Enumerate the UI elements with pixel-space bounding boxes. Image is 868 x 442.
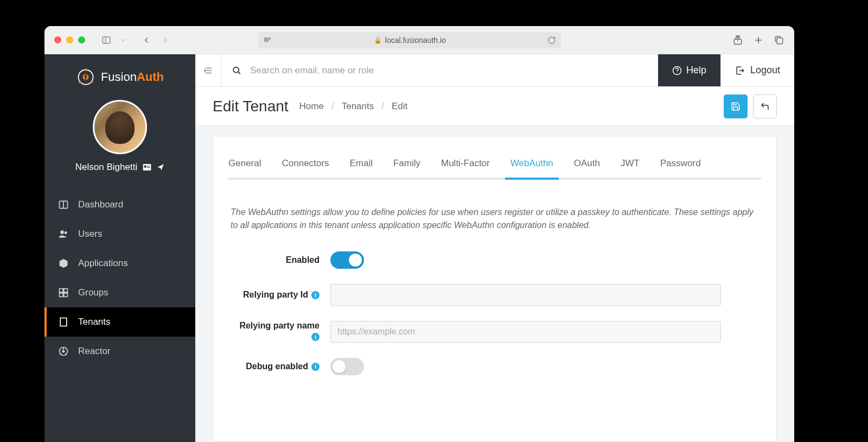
- svg-rect-24: [60, 289, 63, 293]
- svg-point-22: [60, 230, 64, 234]
- rp-id-label: Relying party Id i: [228, 290, 330, 300]
- new-tab-icon[interactable]: [753, 35, 764, 46]
- tab-password[interactable]: Password: [660, 158, 701, 169]
- help-label: Help: [686, 65, 706, 76]
- logo[interactable]: FusionAuth: [44, 67, 195, 87]
- toggle-knob: [333, 360, 346, 373]
- help-button[interactable]: Help: [658, 54, 720, 86]
- rp-name-input[interactable]: [330, 321, 721, 343]
- logout-label: Logout: [750, 65, 780, 76]
- sidebar-nav: Dashboard Users Applications Groups Tena…: [44, 190, 195, 366]
- svg-rect-3: [265, 40, 269, 41]
- browser-right-controls: [732, 35, 784, 46]
- sidebar-item-users[interactable]: Users: [44, 219, 195, 249]
- tab-webauthn[interactable]: WebAuthn: [510, 158, 553, 169]
- tab-email[interactable]: Email: [349, 158, 373, 169]
- sidebar-item-label: Dashboard: [78, 199, 123, 210]
- tab-family[interactable]: Family: [393, 158, 420, 169]
- svg-point-11: [85, 68, 87, 71]
- enabled-toggle[interactable]: [330, 251, 364, 269]
- svg-rect-2: [265, 38, 271, 39]
- sidebar-toggle-icon[interactable]: [101, 35, 111, 45]
- breadcrumb-tenants[interactable]: Tenants: [342, 101, 374, 112]
- svg-point-15: [85, 75, 87, 78]
- sidebar-item-reactor[interactable]: Reactor: [44, 337, 195, 366]
- browser-nav-controls: [101, 35, 170, 45]
- dashboard-icon: [58, 199, 69, 211]
- breadcrumb-current: Edit: [392, 101, 407, 112]
- groups-icon: [58, 287, 69, 299]
- url-display: 🔒 local.fusionauth.io: [374, 36, 446, 45]
- svg-line-41: [238, 72, 240, 74]
- sidebar-item-groups[interactable]: Groups: [44, 278, 195, 307]
- tab-jwt[interactable]: JWT: [621, 158, 640, 169]
- sidebar-item-label: Applications: [78, 258, 128, 269]
- svg-point-23: [65, 231, 67, 234]
- sidebar-item-label: Groups: [78, 287, 108, 298]
- chevron-down-icon[interactable]: [120, 37, 126, 43]
- tab-oauth[interactable]: OAuth: [574, 158, 600, 169]
- form-row-rp-name: Relying party name i: [228, 321, 761, 343]
- address-bar[interactable]: 🔒 local.fusionauth.io: [258, 32, 561, 48]
- users-icon: [58, 228, 69, 240]
- svg-point-13: [90, 81, 93, 84]
- content-scroll: General Connectors Email Family Multi-Fa…: [195, 126, 794, 442]
- form-row-debug: Debug enabled i: [228, 358, 761, 375]
- content-card: General Connectors Email Family Multi-Fa…: [213, 136, 777, 442]
- user-profile-block[interactable]: Nelson Bighetti: [44, 100, 195, 173]
- svg-point-12: [79, 81, 81, 84]
- sidebar-item-applications[interactable]: Applications: [44, 249, 195, 278]
- sidebar-item-tenants[interactable]: Tenants: [44, 307, 195, 337]
- site-settings-icon[interactable]: [263, 36, 272, 45]
- info-icon[interactable]: i: [311, 363, 320, 371]
- svg-rect-8: [777, 37, 783, 43]
- debug-toggle[interactable]: [330, 358, 364, 375]
- maximize-window-button[interactable]: [78, 36, 85, 43]
- svg-rect-0: [103, 37, 110, 43]
- svg-rect-27: [64, 293, 68, 297]
- tabs-overview-icon[interactable]: [774, 35, 784, 46]
- form-row-rp-id: Relying party Id i: [228, 284, 761, 306]
- close-window-button[interactable]: [54, 36, 61, 43]
- collapse-icon: [203, 66, 213, 75]
- sidebar-item-label: Tenants: [78, 317, 111, 327]
- svg-rect-19: [147, 167, 150, 168]
- save-button[interactable]: [724, 94, 748, 118]
- page-actions: [724, 94, 777, 118]
- location-arrow-icon[interactable]: [157, 163, 164, 171]
- minimize-window-button[interactable]: [66, 36, 73, 43]
- search-input[interactable]: [250, 65, 647, 76]
- breadcrumb-separator: /: [381, 101, 384, 112]
- breadcrumb-home[interactable]: Home: [299, 101, 324, 112]
- id-card-icon[interactable]: [143, 163, 151, 171]
- tab-description: The WebAuthn settings allow you to defin…: [228, 206, 761, 232]
- logout-button[interactable]: Logout: [720, 54, 794, 86]
- tab-connectors[interactable]: Connectors: [282, 158, 329, 169]
- logout-icon: [735, 66, 745, 75]
- topbar: Help Logout: [195, 54, 794, 87]
- forward-icon[interactable]: [160, 35, 170, 45]
- reactor-icon: [58, 345, 69, 357]
- tenants-icon: [58, 316, 69, 328]
- back-icon[interactable]: [142, 35, 151, 45]
- collapse-sidebar-button[interactable]: [195, 54, 221, 86]
- sidebar-item-dashboard[interactable]: Dashboard: [44, 190, 195, 219]
- rp-id-input[interactable]: [330, 284, 721, 306]
- cancel-button[interactable]: [753, 94, 777, 118]
- tab-general[interactable]: General: [228, 158, 261, 169]
- sidebar-item-label: Reactor: [78, 346, 111, 357]
- svg-point-36: [62, 350, 64, 352]
- svg-rect-26: [60, 293, 63, 297]
- lock-icon: 🔒: [374, 36, 382, 44]
- tab-multi-factor[interactable]: Multi-Factor: [441, 158, 490, 169]
- refresh-icon[interactable]: [547, 36, 556, 45]
- enabled-label: Enabled: [228, 255, 330, 265]
- page-header: Edit Tenant Home / Tenants / Edit: [195, 87, 794, 126]
- svg-point-40: [233, 67, 239, 72]
- search-area: [221, 65, 658, 76]
- svg-rect-28: [60, 318, 67, 326]
- info-icon[interactable]: i: [311, 333, 320, 341]
- breadcrumb-separator: /: [331, 101, 334, 112]
- info-icon[interactable]: i: [311, 291, 320, 299]
- share-icon[interactable]: [732, 35, 743, 46]
